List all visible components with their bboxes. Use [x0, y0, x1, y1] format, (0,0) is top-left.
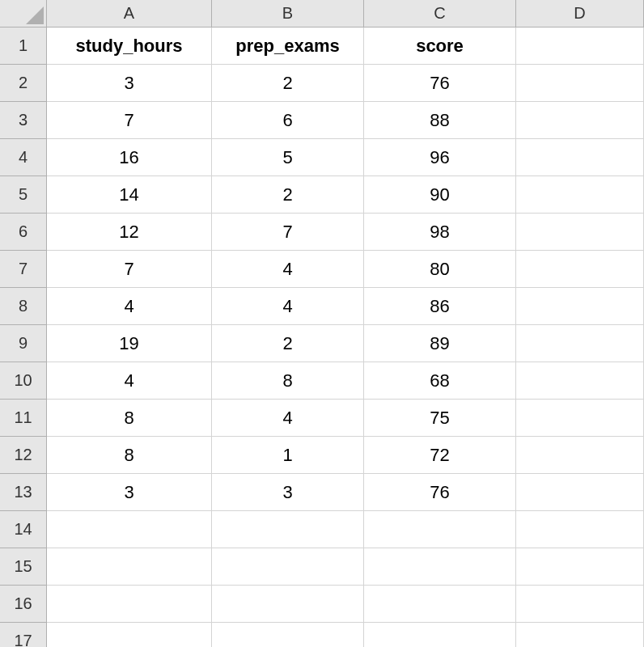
cell-B6[interactable]: 7: [212, 214, 364, 251]
cell-B17[interactable]: [212, 623, 364, 647]
cell-B13[interactable]: 3: [212, 474, 364, 511]
cell-C6[interactable]: 98: [364, 214, 516, 251]
cell-A4[interactable]: 16: [47, 139, 212, 176]
cell-B16[interactable]: [212, 586, 364, 623]
cell-A6[interactable]: 12: [47, 214, 212, 251]
row-header-5[interactable]: 5: [0, 176, 47, 214]
row-header-15[interactable]: 15: [0, 548, 47, 586]
cell-D15[interactable]: [516, 548, 644, 586]
cell-C10[interactable]: 68: [364, 362, 516, 400]
cell-A15[interactable]: [47, 548, 212, 586]
cell-D9[interactable]: [516, 325, 644, 362]
cell-B11[interactable]: 4: [212, 400, 364, 437]
cell-B5[interactable]: 2: [212, 176, 364, 214]
data-row-5: 5 14 2 90: [0, 176, 644, 214]
data-row-2: 2 3 2 76: [0, 65, 644, 102]
col-header-B[interactable]: B: [212, 0, 364, 27]
row-header-16[interactable]: 16: [0, 586, 47, 623]
col-header-C[interactable]: C: [364, 0, 516, 27]
cell-C4[interactable]: 96: [364, 139, 516, 176]
cell-C13[interactable]: 76: [364, 474, 516, 511]
data-row-13: 13 3 3 76: [0, 474, 644, 511]
data-row-15: 15: [0, 548, 644, 586]
select-all-corner[interactable]: [0, 0, 47, 27]
cell-D4[interactable]: [516, 139, 644, 176]
cell-B1[interactable]: prep_exams: [212, 27, 364, 65]
cell-B8[interactable]: 4: [212, 288, 364, 325]
row-header-2[interactable]: 2: [0, 65, 47, 102]
row-header-3[interactable]: 3: [0, 102, 47, 139]
cell-C7[interactable]: 80: [364, 251, 516, 288]
cell-A8[interactable]: 4: [47, 288, 212, 325]
cell-C12[interactable]: 72: [364, 437, 516, 474]
row-header-10[interactable]: 10: [0, 362, 47, 400]
row-header-12[interactable]: 12: [0, 437, 47, 474]
data-row-6: 6 12 7 98: [0, 214, 644, 251]
row-header-7[interactable]: 7: [0, 251, 47, 288]
cell-B4[interactable]: 5: [212, 139, 364, 176]
cell-C5[interactable]: 90: [364, 176, 516, 214]
cell-D6[interactable]: [516, 214, 644, 251]
cell-D16[interactable]: [516, 586, 644, 623]
row-header-8[interactable]: 8: [0, 288, 47, 325]
cell-A11[interactable]: 8: [47, 400, 212, 437]
cell-C11[interactable]: 75: [364, 400, 516, 437]
row-header-11[interactable]: 11: [0, 400, 47, 437]
row-header-14[interactable]: 14: [0, 511, 47, 548]
data-row-9: 9 19 2 89: [0, 325, 644, 362]
cell-A13[interactable]: 3: [47, 474, 212, 511]
cell-B14[interactable]: [212, 511, 364, 548]
cell-A2[interactable]: 3: [47, 65, 212, 102]
cell-C16[interactable]: [364, 586, 516, 623]
cell-A12[interactable]: 8: [47, 437, 212, 474]
cell-A17[interactable]: [47, 623, 212, 647]
row-header-6[interactable]: 6: [0, 214, 47, 251]
cell-C3[interactable]: 88: [364, 102, 516, 139]
row-header-4[interactable]: 4: [0, 139, 47, 176]
cell-A10[interactable]: 4: [47, 362, 212, 400]
cell-D8[interactable]: [516, 288, 644, 325]
cell-A1[interactable]: study_hours: [47, 27, 212, 65]
cell-B2[interactable]: 2: [212, 65, 364, 102]
cell-D14[interactable]: [516, 511, 644, 548]
cell-A7[interactable]: 7: [47, 251, 212, 288]
cell-B9[interactable]: 2: [212, 325, 364, 362]
cell-A14[interactable]: [47, 511, 212, 548]
cell-B10[interactable]: 8: [212, 362, 364, 400]
col-header-D[interactable]: D: [516, 0, 644, 27]
cell-C14[interactable]: [364, 511, 516, 548]
cell-A9[interactable]: 19: [47, 325, 212, 362]
cell-B12[interactable]: 1: [212, 437, 364, 474]
cell-D5[interactable]: [516, 176, 644, 214]
cell-C1[interactable]: score: [364, 27, 516, 65]
cell-D12[interactable]: [516, 437, 644, 474]
cell-D17[interactable]: [516, 623, 644, 647]
data-row-3: 3 7 6 88: [0, 102, 644, 139]
cell-B15[interactable]: [212, 548, 364, 586]
cell-D7[interactable]: [516, 251, 644, 288]
data-row-4: 4 16 5 96: [0, 139, 644, 176]
cell-C17[interactable]: [364, 623, 516, 647]
cell-D3[interactable]: [516, 102, 644, 139]
row-header-17[interactable]: 17: [0, 623, 47, 647]
cell-C8[interactable]: 86: [364, 288, 516, 325]
cell-B7[interactable]: 4: [212, 251, 364, 288]
cell-D13[interactable]: [516, 474, 644, 511]
row-header-9[interactable]: 9: [0, 325, 47, 362]
cell-C2[interactable]: 76: [364, 65, 516, 102]
cell-A16[interactable]: [47, 586, 212, 623]
cell-A3[interactable]: 7: [47, 102, 212, 139]
cell-C9[interactable]: 89: [364, 325, 516, 362]
cell-D2[interactable]: [516, 65, 644, 102]
data-row-11: 11 8 4 75: [0, 400, 644, 437]
cell-D11[interactable]: [516, 400, 644, 437]
cell-A5[interactable]: 14: [47, 176, 212, 214]
col-header-A[interactable]: A: [47, 0, 212, 27]
row-header-1[interactable]: 1: [0, 27, 47, 65]
data-row-14: 14: [0, 511, 644, 548]
cell-C15[interactable]: [364, 548, 516, 586]
cell-D10[interactable]: [516, 362, 644, 400]
cell-D1[interactable]: [516, 27, 644, 65]
cell-B3[interactable]: 6: [212, 102, 364, 139]
row-header-13[interactable]: 13: [0, 474, 47, 511]
